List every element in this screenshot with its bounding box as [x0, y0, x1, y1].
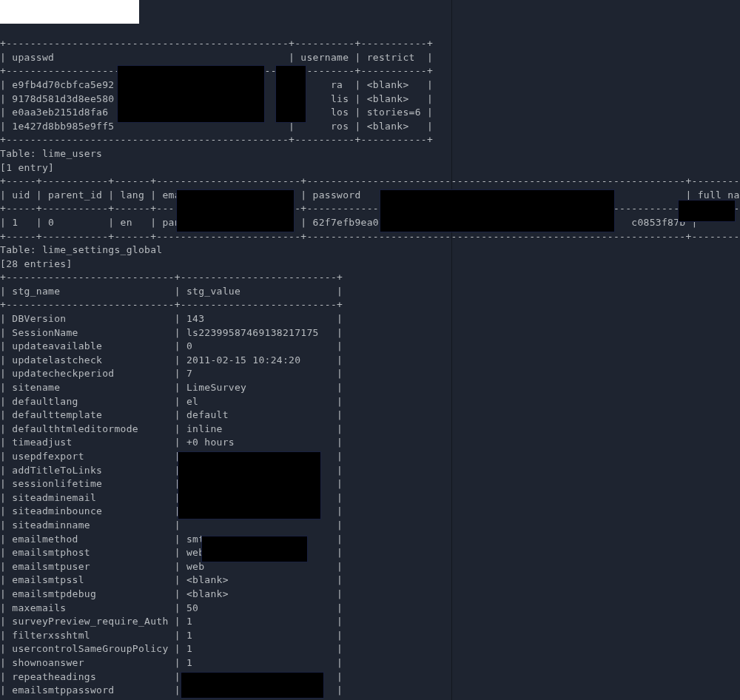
redaction-box [176, 189, 295, 232]
redaction-box [275, 65, 306, 123]
pane-divider [451, 0, 452, 700]
redaction-box [178, 451, 321, 519]
redaction-box [380, 189, 615, 232]
redaction-box [678, 200, 736, 222]
redaction-box [201, 536, 308, 562]
redaction-box [117, 65, 265, 123]
redaction-box [181, 672, 324, 699]
terminal-output: +---------------------------------------… [0, 10, 740, 700]
top-white-redaction [0, 0, 139, 24]
